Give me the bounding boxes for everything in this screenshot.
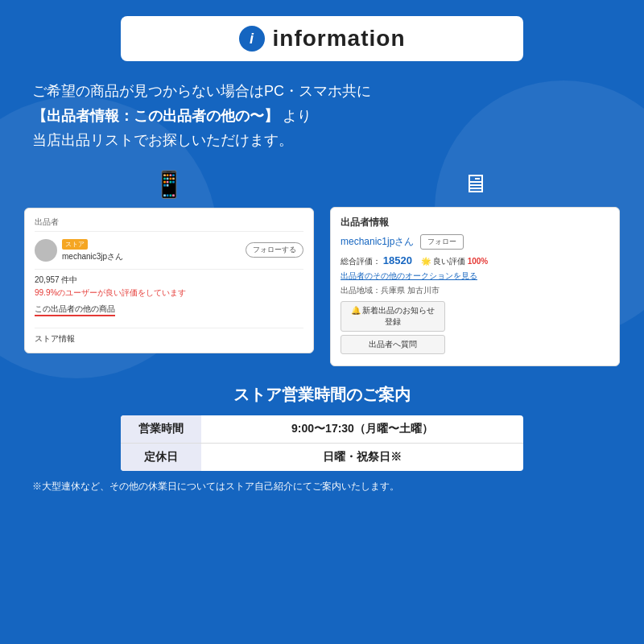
notify-button[interactable]: 🔔 新着出品のお知らせ登録 (341, 301, 445, 332)
main-container: i information ご希望の商品が見つからない場合はPC・スマホ共に 【… (0, 0, 644, 644)
mobile-seller-left: ストア mechanic3jpさん (35, 238, 123, 262)
mobile-stats: 20,957 件中 (35, 275, 303, 286)
monitor-icon: 🖥 (462, 169, 488, 199)
pc-location: 出品地域：兵庫県 加古川市 (341, 285, 609, 296)
good-value: 100% (468, 257, 489, 266)
hours-value: 日曜・祝祭日※ (201, 443, 523, 471)
screenshots-row: 📱 出品者 ストア mechanic3jpさん フォローする 20,957 件中… (24, 169, 620, 366)
other-items-link[interactable]: この出品者の他の商品 (35, 303, 115, 316)
mobile-col: 📱 出品者 ストア mechanic3jpさん フォローする 20,957 件中… (24, 169, 314, 353)
description-line3: 当店出品リストでお探しいただけます。 (32, 128, 612, 153)
mobile-seller-info: ストア mechanic3jpさん (62, 238, 123, 262)
smartphone-icon: 📱 (153, 169, 185, 200)
pc-follow-button[interactable]: フォロー (420, 234, 464, 250)
hours-row: 営業時間 9:00〜17:30（月曜〜土曜） (121, 415, 523, 444)
mobile-follow-button[interactable]: フォローする (246, 242, 303, 258)
divider1 (35, 269, 303, 270)
business-title: ストア営業時間のご案内 (24, 384, 620, 406)
business-section: ストア営業時間のご案内 営業時間 9:00〜17:30（月曜〜土曜） 定休日 日… (24, 384, 620, 493)
avatar (35, 239, 57, 262)
divider2 (35, 328, 303, 328)
pc-rating-row: 総合評価： 18520 🌟 良い評価 100% (341, 254, 609, 267)
description-highlight: 【出品者情報：この出品者の他の〜】 (32, 108, 279, 124)
mobile-section-label: 出品者 (35, 217, 303, 232)
info-title: information (273, 26, 406, 52)
pc-card: 出品者情報 mechanic1jpさん フォロー 総合評価： 18520 🌟 良… (330, 207, 620, 366)
pc-col: 🖥 出品者情報 mechanic1jpさん フォロー 総合評価： 18520 🌟… (330, 169, 620, 366)
info-header: i information (121, 16, 523, 61)
mobile-card: 出品者 ストア mechanic3jpさん フォローする 20,957 件中 9… (24, 208, 314, 353)
auction-link[interactable]: 出品者のその他のオークションを見る (341, 270, 609, 282)
question-button[interactable]: 出品者へ質問 (341, 335, 445, 354)
mobile-rating: 99.9%のユーザーが良い評価をしています (35, 287, 303, 299)
description-block: ご希望の商品が見つからない場合はPC・スマホ共に 【出品者情報：この出品者の他の… (24, 79, 620, 153)
info-icon: i (239, 26, 265, 52)
mobile-seller-name: mechanic3jpさん (62, 251, 123, 262)
hours-label: 営業時間 (121, 415, 201, 444)
description-line2: 【出品者情報：この出品者の他の〜】 より (32, 104, 612, 129)
store-badge: ストア (62, 239, 88, 250)
footnote: ※大型連休など、その他の休業日についてはストア自己紹介にてご案内いたします。 (24, 479, 620, 493)
rating-number: 18520 (383, 254, 412, 266)
mobile-seller-row: ストア mechanic3jpさん フォローする (35, 238, 303, 262)
good-label: 🌟 良い評価 (421, 257, 465, 266)
store-info-label: ストア情報 (35, 333, 303, 345)
hours-label: 定休日 (121, 443, 201, 471)
mobile-other-items[interactable]: この出品者の他の商品 (35, 303, 303, 323)
pc-seller-row: mechanic1jpさん フォロー (341, 234, 609, 250)
description-line1: ご希望の商品が見つからない場合はPC・スマホ共に (32, 79, 612, 104)
hours-value: 9:00〜17:30（月曜〜土曜） (201, 415, 523, 444)
hours-table: 営業時間 9:00〜17:30（月曜〜土曜） 定休日 日曜・祝祭日※ (121, 415, 523, 471)
pc-seller-name: mechanic1jpさん (341, 235, 414, 249)
pc-section-title: 出品者情報 (341, 216, 609, 229)
rating-label: 総合評価： (341, 257, 381, 266)
hours-row: 定休日 日曜・祝祭日※ (121, 443, 523, 471)
